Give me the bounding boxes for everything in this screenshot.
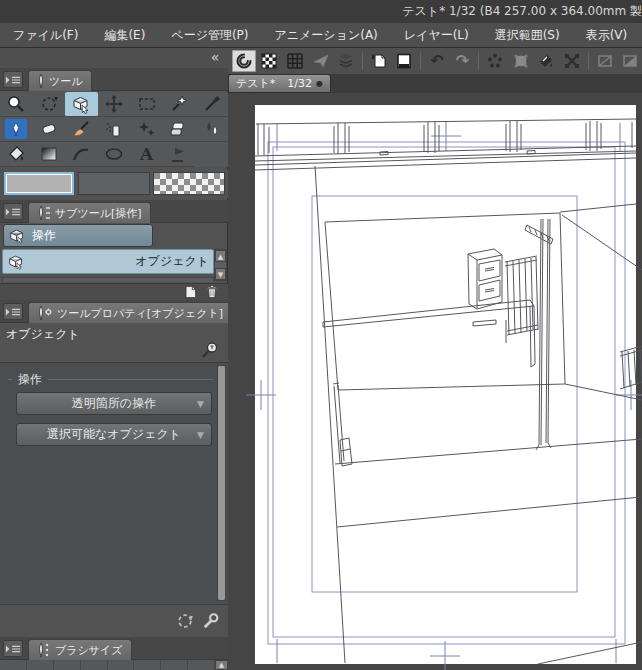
tool-wand[interactable] (163, 92, 196, 117)
tool-brush[interactable] (65, 117, 98, 142)
trash-icon[interactable] (204, 284, 220, 300)
grid-button[interactable] (283, 50, 307, 72)
screen-icon (395, 52, 413, 70)
panel-menu-icon (5, 75, 21, 85)
menu-page-manage[interactable]: ページ管理(P) (158, 23, 261, 47)
title-bar: テスト* 1/32 (B4 257.00 x 364.00mm 製 (0, 0, 642, 23)
fill-bucket-icon (6, 144, 26, 164)
brush-size-cell[interactable] (27, 660, 54, 670)
operate-paint-button[interactable] (535, 50, 559, 72)
property-section-operate: 操作 (8, 371, 213, 388)
subtool-group-operate[interactable]: 操作 (3, 224, 153, 247)
property-scrollbar-thumb[interactable] (218, 366, 225, 600)
scroll-up-button[interactable]: ▲ (215, 250, 226, 262)
tool-airbrush[interactable] (98, 117, 131, 142)
clip-studio-button[interactable] (232, 50, 256, 72)
subtool-item-partial[interactable] (2, 277, 214, 282)
brush-size-cell[interactable] (0, 660, 27, 670)
tool-zoom[interactable] (0, 92, 33, 117)
tool-pen[interactable] (0, 117, 33, 142)
new-document-button[interactable] (367, 50, 391, 72)
tool-decoration[interactable] (130, 117, 163, 142)
brush-size-scroll-up[interactable]: ▲ (215, 660, 228, 670)
tab-brush-size[interactable]: ブラシサイズ (28, 639, 132, 660)
tool-pencil[interactable] (33, 117, 66, 142)
tool-ellipse[interactable] (98, 142, 131, 167)
menu-animation[interactable]: アニメーション(A) (262, 23, 391, 47)
view-screen-button[interactable] (393, 50, 417, 72)
subtool-scrollbar[interactable]: ▲ ▼ (214, 249, 227, 281)
tool-text[interactable]: A (130, 142, 163, 167)
pen-list-icon (37, 206, 51, 221)
menu-edit[interactable]: 編集(E) (91, 23, 158, 47)
canvas-drawing[interactable] (228, 93, 642, 670)
document-tab[interactable]: テスト* 1/32 ● (228, 74, 331, 93)
brush-size-cell[interactable] (188, 660, 215, 670)
document-name: テスト* (236, 76, 275, 91)
tool-property-menu-button[interactable] (3, 303, 23, 320)
tool-panel-menu-button[interactable] (3, 71, 23, 88)
grid-icon (286, 52, 304, 70)
tab-subtool[interactable]: サブツール[操作] (28, 202, 151, 223)
menu-layer[interactable]: レイヤー(L) (391, 23, 482, 47)
undo-button[interactable]: ↶ (425, 50, 449, 72)
menu-file[interactable]: ファイル(F) (0, 23, 91, 47)
tool-gradient[interactable] (33, 142, 66, 167)
snap-off-button-a[interactable] (593, 50, 617, 72)
subtool-footer (0, 283, 228, 300)
color-chips (0, 170, 228, 198)
tool-eraser[interactable] (163, 117, 196, 142)
main-color-chip[interactable] (4, 172, 74, 195)
transparent-color-chip[interactable] (153, 172, 225, 195)
tool-blend[interactable] (195, 117, 228, 142)
tool-eyedropper[interactable] (195, 92, 228, 117)
snap-area-button[interactable] (509, 50, 533, 72)
toolbar-separator (588, 52, 589, 70)
transform-button[interactable] (560, 50, 584, 72)
canvas-area[interactable] (228, 93, 642, 670)
panel-menu-icon (5, 644, 21, 654)
chevron-down-icon: ▼ (197, 399, 204, 409)
subtool-item-object[interactable]: オブジェクト (2, 249, 214, 274)
redo-icon: ↷ (456, 53, 469, 69)
tool-marquee[interactable] (130, 92, 163, 117)
snap-dots-button[interactable] (483, 50, 507, 72)
sub-color-chip[interactable] (78, 172, 150, 195)
brush-size-cell[interactable] (134, 660, 161, 670)
tool-property-tab-row: ツールプロパティ[オブジェクト] (0, 300, 228, 323)
layers-button[interactable] (334, 50, 358, 72)
tool-ruler[interactable] (163, 142, 196, 167)
tool-property-body: 操作 透明箇所の操作 ▼ 選択可能なオブジェクト ▼ (0, 362, 228, 604)
tone-checker-button[interactable] (258, 50, 282, 72)
brush-size-cell[interactable] (54, 660, 81, 670)
tool-rotate[interactable] (33, 92, 66, 117)
tool-grid: A (0, 92, 228, 167)
redo-button[interactable]: ↷ (451, 50, 475, 72)
tool-object[interactable] (65, 92, 98, 117)
scroll-down-button[interactable]: ▼ (215, 268, 226, 280)
snap-off-button-b[interactable] (618, 50, 642, 72)
subtool-panel-menu-button[interactable] (3, 203, 23, 220)
gradient-icon (39, 144, 59, 164)
tool-figure[interactable] (65, 142, 98, 167)
wrench-icon[interactable] (202, 612, 220, 630)
new-subtool-icon[interactable] (182, 284, 198, 300)
tab-tool-property[interactable]: ツールプロパティ[オブジェクト] (28, 302, 232, 323)
menu-selection[interactable]: 選択範囲(S) (482, 23, 573, 47)
collapse-panel-button[interactable]: « (205, 49, 225, 66)
brush-size-menu-button[interactable] (3, 640, 23, 657)
brush-size-cell[interactable] (108, 660, 135, 670)
menu-view[interactable]: 表示(V) (573, 23, 641, 47)
dropdown-selectable-object[interactable]: 選択可能なオブジェクト ▼ (16, 423, 212, 446)
tool-move[interactable] (98, 92, 131, 117)
tab-tools[interactable]: ツール (28, 70, 92, 91)
tool-fill[interactable] (0, 142, 33, 167)
publish-button[interactable] (309, 50, 333, 72)
property-settings-icon[interactable] (200, 340, 220, 360)
brush-size-cell[interactable] (81, 660, 108, 670)
brush-size-cell[interactable] (161, 660, 188, 670)
reset-all-icon[interactable] (176, 612, 194, 630)
command-bar: ↶ ↷ (228, 48, 642, 74)
dropdown-transparent-area-operation[interactable]: 透明箇所の操作 ▼ (16, 392, 212, 415)
property-scrollbar-track[interactable] (217, 365, 226, 601)
